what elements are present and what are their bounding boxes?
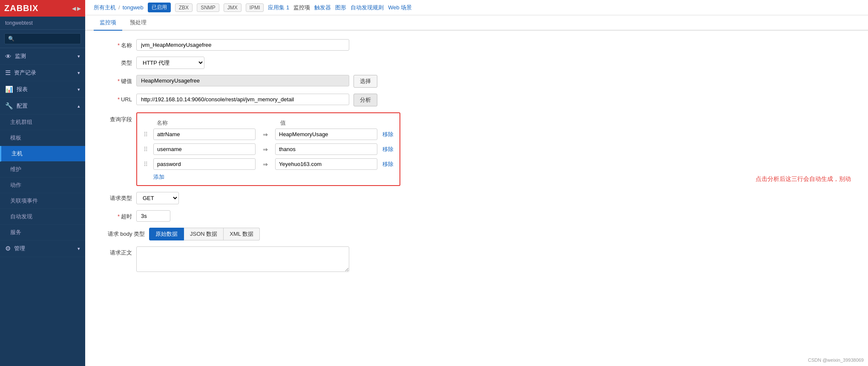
table-row: ⠿ ⇒ 移除	[141, 129, 395, 140]
form-area: *名称 类型 HTTP 代理 *键值 选择	[85, 31, 868, 366]
sidebar-item-monitor[interactable]: 👁 监测 ▾	[0, 48, 85, 65]
config-icon: 🔧	[5, 102, 13, 110]
sidebar: ZABBIX ◀ ▶ tongwebtest 👁 监测 ▾ ☰ 资产记录 ▾ 📊…	[0, 0, 85, 366]
key-input[interactable]	[136, 75, 349, 86]
query-table: 名称 值 ⠿ ⇒ 移除 ⠿	[136, 112, 400, 186]
analyze-button[interactable]: 分析	[354, 94, 377, 106]
sidebar-username: tongwebtest	[0, 17, 85, 30]
body-row: 请求正文	[98, 246, 855, 272]
tag-zbx[interactable]: ZBX	[175, 3, 193, 12]
sidebar-header: ZABBIX ◀ ▶	[0, 0, 85, 17]
drag-handle-icon[interactable]: ⠿	[141, 146, 150, 153]
query-value-input-2[interactable]	[275, 143, 377, 155]
sidebar-item-services[interactable]: 服务	[0, 225, 85, 240]
tab-preprocess[interactable]: 预处理	[124, 15, 152, 31]
query-col-name-header: 名称	[157, 119, 259, 127]
chevron-icon: ▾	[78, 54, 80, 59]
content-wrapper: *名称 类型 HTTP 代理 *键值 选择	[85, 31, 868, 366]
request-type-select[interactable]: GET POST PUT DELETE	[136, 192, 179, 204]
sidebar-label-assets: 资产记录	[14, 69, 36, 77]
url-label: *URL	[98, 94, 132, 103]
sidebar-label-admin: 管理	[14, 245, 25, 252]
sidebar-item-templates[interactable]: 模板	[0, 130, 85, 146]
key-select-button[interactable]: 选择	[354, 75, 377, 88]
breadcrumb-current-host[interactable]: tongweb	[123, 4, 144, 11]
query-value-input-1[interactable]	[275, 129, 377, 140]
breadcrumb-web[interactable]: Web 场景	[388, 4, 412, 11]
sidebar-item-hostgroups[interactable]: 主机群组	[0, 114, 85, 130]
query-name-input-3[interactable]	[153, 158, 256, 170]
breadcrumb-app[interactable]: 应用集 1	[268, 4, 289, 11]
url-row: *URL 分析	[98, 94, 855, 106]
logo: ZABBIX	[4, 3, 38, 13]
remove-button-1[interactable]: 移除	[382, 131, 394, 138]
reports-icon: 📊	[5, 86, 13, 93]
query-section: 查询字段 名称 值 ⠿ ⇒ 移除	[98, 112, 855, 186]
watermark: CSDN @weixin_39938069	[808, 357, 864, 363]
breadcrumb-sep: /	[118, 4, 120, 11]
sidebar-label-discovery: 自动发现	[10, 213, 32, 220]
assets-icon: ☰	[5, 69, 11, 77]
tag-snmp[interactable]: SNMP	[197, 3, 219, 12]
tab-monitor-item[interactable]: 监控项	[94, 15, 122, 31]
sidebar-item-admin[interactable]: ⚙ 管理 ▾	[0, 240, 85, 257]
request-type-label: 请求类型	[98, 192, 132, 202]
sidebar-item-correvents[interactable]: 关联项事件	[0, 193, 85, 209]
breadcrumb-graph[interactable]: 图形	[335, 4, 346, 11]
request-type-row: 请求类型 GET POST PUT DELETE	[98, 192, 855, 204]
key-row: *键值 选择	[98, 75, 855, 88]
body-type-xml[interactable]: XML 数据	[224, 228, 260, 240]
chevron-icon: ▾	[78, 246, 80, 252]
query-value-input-3[interactable]	[275, 158, 377, 170]
body-type-label: 请求 body 类型	[98, 228, 145, 238]
remove-button-3[interactable]: 移除	[382, 160, 394, 168]
chevron-icon: ▾	[78, 70, 80, 76]
tag-jmx[interactable]: JMX	[224, 3, 241, 12]
sidebar-item-assets[interactable]: ☰ 资产记录 ▾	[0, 65, 85, 81]
chevron-icon: ▾	[78, 87, 80, 92]
tag-ipmi[interactable]: IPMI	[246, 3, 264, 12]
monitor-icon: 👁	[5, 53, 11, 60]
body-type-row: 请求 body 类型 原始数据 JSON 数据 XML 数据	[98, 228, 855, 240]
arrow-icon: ⇒	[259, 131, 272, 138]
remove-button-2[interactable]: 移除	[382, 146, 394, 153]
table-row: ⠿ ⇒ 移除	[141, 158, 395, 170]
sidebar-item-maintenance[interactable]: 维护	[0, 162, 85, 177]
breadcrumb-all-hosts[interactable]: 所有主机	[94, 4, 116, 11]
timeout-input[interactable]	[136, 210, 170, 222]
sidebar-label-hostgroups: 主机群组	[10, 118, 32, 126]
search-input[interactable]	[4, 33, 81, 44]
body-type-raw[interactable]: 原始数据	[149, 228, 184, 240]
key-label: *键值	[98, 75, 132, 85]
breadcrumb-monitor[interactable]: 监控项	[293, 4, 310, 11]
type-select[interactable]: HTTP 代理	[136, 57, 204, 69]
body-type-json[interactable]: JSON 数据	[184, 228, 224, 240]
sidebar-item-actions[interactable]: 动作	[0, 177, 85, 193]
add-row: 添加	[141, 173, 395, 181]
timeout-row: *超时	[98, 210, 855, 222]
query-name-input-1[interactable]	[153, 129, 256, 140]
breadcrumb-trigger[interactable]: 触发器	[314, 4, 331, 11]
drag-handle-icon[interactable]: ⠿	[141, 131, 150, 138]
sidebar-label-hosts: 主机	[11, 150, 23, 157]
sidebar-item-reports[interactable]: 📊 报表 ▾	[0, 81, 85, 98]
sidebar-label-reports: 报表	[17, 86, 28, 93]
sidebar-item-discovery[interactable]: 自动发现	[0, 209, 85, 225]
query-name-input-2[interactable]	[153, 143, 256, 155]
enabled-tag[interactable]: 已启用	[148, 3, 171, 12]
name-row: *名称	[98, 39, 855, 51]
sidebar-label-actions: 动作	[10, 181, 21, 189]
drag-handle-icon[interactable]: ⠿	[141, 161, 150, 168]
add-link[interactable]: 添加	[141, 174, 164, 180]
sidebar-search-area	[0, 30, 85, 48]
sidebar-collapse-arrows[interactable]: ◀ ▶	[72, 6, 81, 11]
name-input[interactable]	[136, 39, 349, 51]
body-type-group: 原始数据 JSON 数据 XML 数据	[149, 228, 260, 240]
sidebar-label-templates: 模板	[10, 134, 21, 142]
breadcrumb-discovery[interactable]: 自动发现规则	[351, 4, 384, 11]
sidebar-item-config[interactable]: 🔧 配置 ▴	[0, 98, 85, 114]
sidebar-item-hosts[interactable]: 主机	[0, 146, 85, 162]
arrow-icon: ⇒	[259, 146, 272, 153]
request-body-input[interactable]	[136, 246, 349, 272]
url-input[interactable]	[136, 94, 349, 105]
